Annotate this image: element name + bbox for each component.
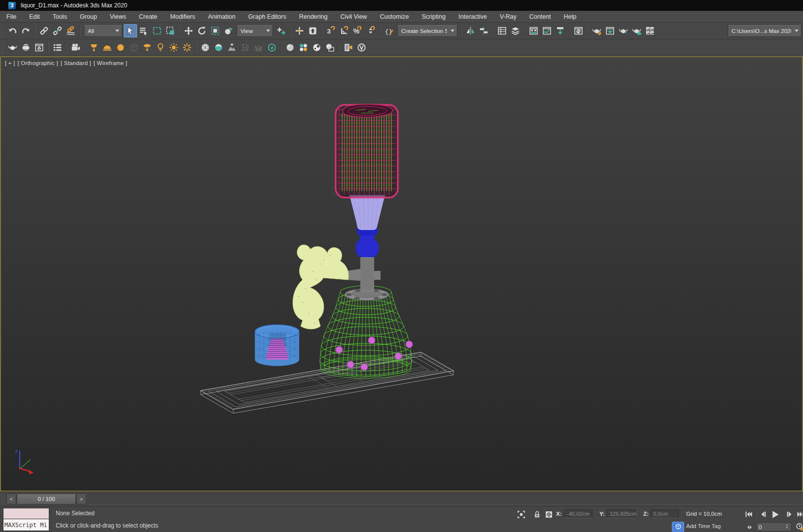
previous-frame-button[interactable] [758,508,768,520]
select-and-scale-button[interactable] [209,24,222,37]
angle-snap-button[interactable] [338,24,351,37]
go-to-start-button[interactable] [743,508,754,520]
vray-lister-button[interactable] [51,41,64,54]
maxscript-mini-listener[interactable]: MAXScript Mi [3,508,49,531]
select-and-rotate-button[interactable] [195,24,209,37]
isolate-selection-button[interactable] [516,509,526,520]
vray-scatter-button[interactable] [239,41,252,54]
timeline-drag-handle[interactable] [1,494,4,504]
menu-v-ray[interactable]: V-Ray [493,11,523,22]
select-object-button[interactable] [124,24,137,37]
toolbar-drag-handle[interactable] [1,25,4,37]
menu-edit[interactable]: Edit [23,11,46,22]
menu-content[interactable]: Content [523,11,558,22]
viewport-label-part-3[interactable]: [ Wireframe ] [94,60,127,66]
toggle-scene-explorer-button[interactable] [495,24,509,37]
select-and-move-button[interactable] [182,24,195,37]
vray-sky-button[interactable] [180,41,194,54]
scene-canvas[interactable]: z [1,57,802,491]
lock-selection-button[interactable] [531,509,542,520]
reference-coordinate-system-dropdown[interactable]: View [237,25,273,37]
vray-wrapper-material-button[interactable] [323,41,337,54]
menu-animation[interactable]: Animation [202,11,242,22]
time-slider-track[interactable] [88,494,802,505]
vray-disc-light-button[interactable] [140,41,154,54]
frame-spinner-icon[interactable] [785,523,789,531]
vray-override-material-button[interactable] [310,41,323,54]
percent-snap-button[interactable]: % [351,24,364,37]
absolute-mode-button[interactable] [543,509,554,520]
vray-material-button[interactable] [283,41,297,54]
edit-named-selection-sets-button[interactable]: {} [383,24,396,37]
select-by-name-button[interactable] [137,24,150,37]
coord-value-field[interactable]: 125,835cm [607,509,635,518]
menu-views[interactable]: Views [104,11,133,22]
select-and-link-button[interactable] [37,24,51,37]
add-time-tag-label[interactable]: Add Time Tag [686,523,721,529]
use-pivot-point-center-button[interactable] [275,24,288,37]
vray-displacement-button[interactable] [225,41,239,54]
vray-render-button[interactable] [6,41,19,54]
menu-rendering[interactable]: Rendering [293,11,334,22]
viewport-label-part-1[interactable]: [ Orthographic ] [18,60,58,66]
coord-value-field[interactable]: -40,02cm [564,509,593,518]
rectangular-selection-region-button[interactable] [150,24,164,37]
mirror-button[interactable] [464,24,477,37]
select-and-manipulate-button[interactable] [293,24,306,37]
align-button[interactable] [477,24,490,37]
next-frame-arrow-button[interactable]: > [76,494,86,504]
menu-help[interactable]: Help [558,11,583,22]
spinner-snap-button[interactable] [364,24,378,37]
material-editor-button[interactable] [572,24,585,37]
menu-create[interactable]: Create [133,11,164,22]
menu-scripting[interactable]: Scripting [415,11,452,22]
menu-group[interactable]: Group [73,11,104,22]
curve-editor-button[interactable] [540,24,554,37]
unlink-selection-button[interactable] [51,24,64,37]
toggle-ribbon-button[interactable] [527,24,540,37]
menu-civil-view[interactable]: Civil View [334,11,373,22]
play-button[interactable] [769,508,780,520]
vray-about-button[interactable] [355,41,368,54]
maxscript-macro-recorder[interactable] [3,508,49,519]
vray-dome-light-button[interactable] [101,41,114,54]
asset-library-button[interactable] [643,24,657,37]
menu-customize[interactable]: Customize [373,11,415,22]
snap-toggle-3d-button[interactable]: 3 [324,24,338,37]
menu-file[interactable]: File [0,11,23,22]
vray-frame-buffer-button[interactable] [19,41,33,54]
menu-tools[interactable]: Tools [46,11,73,22]
previous-frame-arrow-button[interactable]: < [6,494,16,504]
render-production-button[interactable] [617,24,630,37]
named-selection-sets-dropdown[interactable]: Create Selection Se [397,25,457,37]
vray-mesh-light-button[interactable] [127,41,140,54]
menu-modifiers[interactable]: Modifiers [164,11,202,22]
window-crossing-button[interactable] [164,24,177,37]
maxscript-listener-field[interactable]: MAXScript Mi [3,519,49,531]
schematic-view-button[interactable] [554,24,567,37]
time-slider-handle[interactable]: 0 / 100 [17,494,76,504]
time-configuration-button[interactable] [795,522,803,532]
vray-sun-button[interactable] [167,41,180,54]
undo-button[interactable] [6,24,19,37]
viewport-label-part-2[interactable]: [ Standard ] [61,60,91,66]
menu-interactive[interactable]: Interactive [452,11,493,22]
render-setup-button[interactable] [590,24,603,37]
toolbar-drag-handle[interactable] [1,41,4,54]
vray-sphere-light-button[interactable] [114,41,127,54]
vray-two-sided-material-button[interactable] [297,41,310,54]
add-time-tag-button[interactable] [672,522,684,532]
vray-fur-button[interactable] [252,41,265,54]
rendered-frame-window-button[interactable] [603,24,617,37]
project-folder-dropdown[interactable]: C:\Users\O...s Max 2020 [728,25,802,37]
toggle-layer-explorer-button[interactable] [509,24,522,37]
vray-plane-light-button[interactable] [87,41,101,54]
keyboard-shortcut-override-button[interactable] [306,24,319,37]
coord-value-field[interactable]: 0,0cm [650,509,679,518]
bind-to-space-warp-button[interactable] [64,24,77,37]
vray-light-lister-button[interactable] [342,41,355,54]
render-in-cloud-button[interactable] [630,24,643,37]
selection-filter-dropdown[interactable]: All [84,25,122,37]
select-and-place-button[interactable] [222,24,235,37]
viewport[interactable]: [ + ][ Orthographic ][ Standard ][ Wiref… [0,56,803,492]
